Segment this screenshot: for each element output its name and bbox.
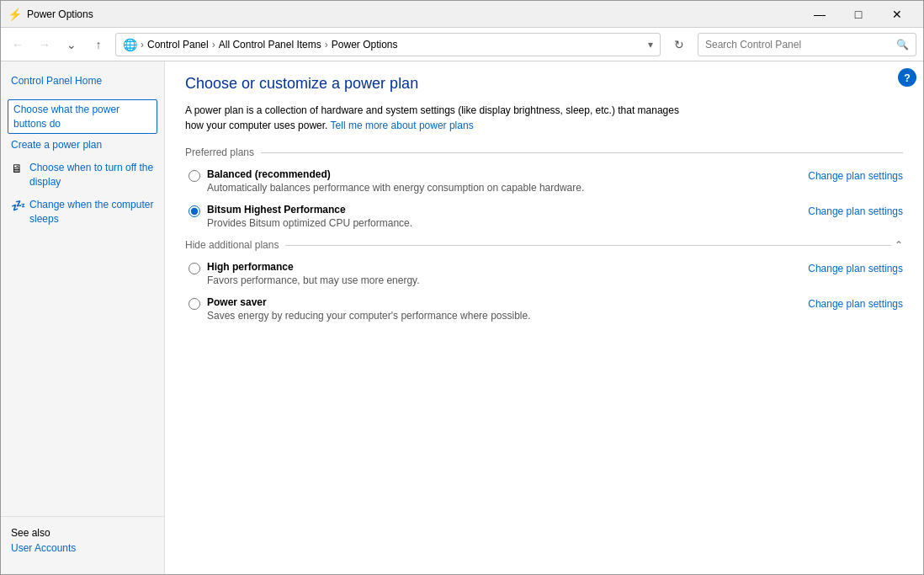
see-also-label: See also [11, 527, 154, 539]
content-area: Control Panel Home Choose what the power… [1, 61, 923, 574]
plan-desc-balanced: Automatically balances performance with … [207, 182, 808, 194]
address-path[interactable]: 🌐 › Control Panel › All Control Panel It… [115, 33, 661, 56]
hide-additional-label: Hide additional plans [185, 239, 279, 251]
sleep-icon: 💤 [11, 199, 24, 212]
plan-radio-power-saver[interactable] [189, 298, 200, 310]
plan-desc-power-saver: Saves energy by reducing your computer's… [207, 310, 808, 322]
plan-radio-bitsum[interactable] [189, 205, 200, 217]
plan-row-balanced: Balanced (recommended) Automatically bal… [185, 168, 903, 194]
recent-locations-button[interactable]: ⌄ [61, 35, 82, 55]
sidebar-sleep-label: Change when the computer sleeps [29, 198, 154, 226]
search-icon: 🔍 [896, 39, 909, 51]
preferred-plans-header: Preferred plans [185, 146, 903, 158]
preferred-plans-line [261, 152, 903, 153]
plan-info-power-saver: Power saver Saves energy by reducing you… [189, 296, 808, 322]
plan-name-balanced: Balanced (recommended) [207, 168, 808, 180]
sidebar-computer-sleeps[interactable]: 💤 Change when the computer sleeps [1, 195, 164, 229]
main-content: ? Choose or customize a power plan A pow… [165, 61, 923, 574]
change-plan-balanced[interactable]: Change plan settings [808, 170, 903, 182]
plan-name-bitsum: Bitsum Highest Performance [207, 204, 808, 216]
plan-row-high-performance: High performance Favors performance, but… [185, 261, 903, 286]
sidebar-turn-off-label: Choose when to turn off the display [29, 161, 154, 189]
plan-info-bitsum: Bitsum Highest Performance Provides Bits… [189, 204, 808, 229]
power-plans-link[interactable]: Tell me more about power plans [331, 120, 474, 131]
maximize-button[interactable]: □ [839, 1, 878, 28]
plan-details-bitsum: Bitsum Highest Performance Provides Bits… [207, 204, 808, 229]
minimize-button[interactable]: — [800, 1, 839, 28]
forward-button[interactable]: → [35, 35, 55, 55]
help-button[interactable]: ? [898, 68, 916, 87]
search-input[interactable] [705, 39, 896, 51]
plan-name-power-saver: Power saver [207, 296, 808, 308]
plan-info-high-performance: High performance Favors performance, but… [189, 261, 808, 286]
plan-desc-high-performance: Favors performance, but may use more ene… [207, 274, 808, 286]
page-title: Choose or customize a power plan [185, 75, 903, 93]
change-plan-high-performance[interactable]: Change plan settings [808, 263, 903, 274]
back-button[interactable]: ← [8, 35, 28, 55]
control-panel-icon: 🌐 [123, 38, 137, 51]
main-window: ⚡ Power Options — □ ✕ ← → ⌄ ↑ 🌐 › Contro… [0, 0, 924, 575]
title-bar-left: ⚡ Power Options [8, 8, 93, 21]
path-all-items: All Control Panel Items [219, 39, 321, 51]
window-title: Power Options [27, 8, 93, 20]
change-plan-power-saver[interactable]: Change plan settings [808, 298, 903, 310]
refresh-button[interactable]: ↻ [667, 33, 691, 56]
plan-details-power-saver: Power saver Saves energy by reducing you… [207, 296, 808, 322]
plan-details-balanced: Balanced (recommended) Automatically bal… [207, 168, 808, 194]
path-power-options: Power Options [332, 39, 398, 51]
collapse-additional-icon[interactable]: ⌃ [895, 239, 903, 251]
path-dropdown-icon[interactable]: ▾ [648, 39, 653, 51]
close-button[interactable]: ✕ [878, 1, 916, 28]
title-bar-buttons: — □ ✕ [800, 1, 916, 28]
change-plan-bitsum[interactable]: Change plan settings [808, 205, 903, 217]
up-button[interactable]: ↑ [88, 35, 109, 55]
plan-details-high-performance: High performance Favors performance, but… [207, 261, 808, 286]
user-accounts-link[interactable]: User Accounts [11, 542, 76, 554]
sidebar-create-power-plan[interactable]: Create a power plan [1, 136, 164, 155]
plan-row-bitsum: Bitsum Highest Performance Provides Bits… [185, 204, 903, 229]
plan-radio-high-performance[interactable] [189, 263, 200, 274]
plan-info-balanced: Balanced (recommended) Automatically bal… [189, 168, 808, 194]
plan-radio-balanced[interactable] [189, 170, 200, 182]
display-icon: 🖥 [11, 162, 24, 175]
search-box: 🔍 [698, 33, 916, 56]
title-bar: ⚡ Power Options — □ ✕ [1, 1, 923, 28]
additional-plans-line [285, 245, 891, 246]
additional-plans-header: Hide additional plans ⌃ [185, 239, 903, 251]
sidebar: Control Panel Home Choose what the power… [1, 61, 165, 574]
sidebar-home-link[interactable]: Control Panel Home [1, 72, 164, 91]
path-control-panel: Control Panel [147, 39, 209, 51]
plan-row-power-saver: Power saver Saves energy by reducing you… [185, 296, 903, 322]
address-bar: ← → ⌄ ↑ 🌐 › Control Panel › All Control … [1, 28, 923, 61]
sidebar-turn-off-display[interactable]: 🖥 Choose when to turn off the display [1, 158, 164, 192]
plan-name-high-performance: High performance [207, 261, 808, 273]
window-icon: ⚡ [8, 8, 22, 21]
sidebar-choose-power-buttons[interactable]: Choose what the power buttons do [8, 99, 157, 135]
description: A power plan is a collection of hardware… [185, 103, 690, 133]
sidebar-bottom: See also User Accounts [1, 516, 164, 564]
preferred-plans-label: Preferred plans [185, 146, 254, 158]
plan-desc-bitsum: Provides Bitsum optimized CPU performanc… [207, 217, 808, 229]
